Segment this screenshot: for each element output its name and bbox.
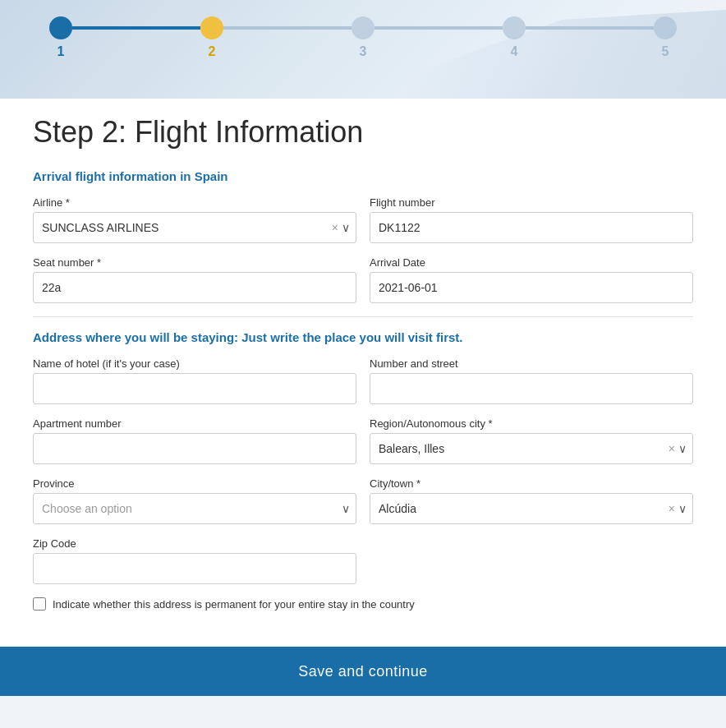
address-section: Address where you will be staying: Just …: [33, 330, 693, 611]
step-circle-4: [503, 16, 526, 39]
permanent-address-label: Indicate whether this address is permane…: [53, 598, 415, 611]
hotel-street-row: Name of hotel (if it's your case) Number…: [33, 357, 693, 404]
hotel-name-input[interactable]: [33, 373, 356, 404]
arrival-date-input[interactable]: [370, 272, 693, 303]
flight-number-input[interactable]: [370, 212, 693, 243]
region-select-wrapper[interactable]: × ∨: [370, 433, 693, 464]
step-circle-1: [49, 16, 72, 39]
apartment-group: Apartment number: [33, 417, 356, 464]
zip-group: Zip Code: [33, 537, 356, 584]
stepper-track: [49, 16, 677, 39]
region-label: Region/Autonomous city *: [370, 417, 693, 430]
page-title: Step 2: Flight Information: [33, 115, 693, 150]
number-street-group: Number and street: [370, 357, 693, 404]
hero-section: 1 2 3 4 5: [0, 0, 726, 99]
region-group: Region/Autonomous city * × ∨: [370, 417, 693, 464]
arrival-section: Arrival flight information in Spain Airl…: [33, 169, 693, 303]
airline-group: Airline * × ∨: [33, 196, 356, 243]
province-city-row: Province ∨ City/town * × ∨: [33, 477, 693, 524]
flight-number-label: Flight number: [370, 196, 693, 209]
region-input[interactable]: [370, 433, 693, 464]
province-group: Province ∨: [33, 477, 356, 524]
address-section-title: Address where you will be staying: Just …: [33, 330, 693, 344]
city-label: City/town *: [370, 477, 693, 490]
zip-input[interactable]: [33, 553, 356, 584]
section-divider: [33, 316, 693, 317]
step-line-3-4: [374, 26, 503, 30]
step-line-1-2: [72, 26, 200, 30]
province-select-wrapper[interactable]: ∨: [33, 493, 356, 524]
flight-number-group: Flight number: [370, 196, 693, 243]
airline-select-wrapper[interactable]: × ∨: [33, 212, 356, 243]
airline-label: Airline *: [33, 196, 356, 209]
step-line-4-5: [526, 26, 654, 30]
seat-number-label: Seat number *: [33, 256, 356, 269]
step-circle-5: [654, 16, 677, 39]
arrival-section-title: Arrival flight information in Spain: [33, 169, 693, 183]
province-label: Province: [33, 477, 356, 490]
stepper-container: 1 2 3 4 5: [33, 16, 693, 59]
apartment-label: Apartment number: [33, 417, 356, 430]
stepper-numbers: 1 2 3 4 5: [49, 44, 677, 59]
hotel-name-group: Name of hotel (if it's your case): [33, 357, 356, 404]
apartment-input[interactable]: [33, 433, 356, 464]
step-circle-2: [200, 16, 223, 39]
province-input[interactable]: [33, 493, 356, 524]
number-street-input[interactable]: [370, 373, 693, 404]
save-continue-button[interactable]: Save and continue: [0, 647, 726, 696]
seat-number-group: Seat number *: [33, 256, 356, 303]
zip-row: Zip Code: [33, 537, 693, 584]
airline-input[interactable]: [33, 212, 356, 243]
page-wrapper: 1 2 3 4 5 Step 2: [0, 0, 726, 696]
step-line-2-3: [223, 26, 352, 30]
seat-number-input[interactable]: [33, 272, 356, 303]
permanent-address-checkbox-row[interactable]: Indicate whether this address is permane…: [33, 597, 693, 611]
step-circle-3: [352, 16, 374, 39]
city-group: City/town * × ∨: [370, 477, 693, 524]
airline-flightnumber-row: Airline * × ∨ Flight number: [33, 196, 693, 243]
footer-bar: Save and continue: [0, 647, 726, 696]
hotel-name-label: Name of hotel (if it's your case): [33, 357, 356, 370]
permanent-address-checkbox[interactable]: [33, 597, 46, 611]
number-street-label: Number and street: [370, 357, 693, 370]
zip-label: Zip Code: [33, 537, 356, 550]
step-number-4: 4: [503, 44, 526, 59]
city-input[interactable]: [370, 493, 693, 524]
step-number-5: 5: [654, 44, 677, 59]
seat-date-row: Seat number * Arrival Date: [33, 256, 693, 303]
step-number-3: 3: [352, 44, 374, 59]
main-content: Step 2: Flight Information Arrival fligh…: [0, 99, 726, 627]
arrival-date-label: Arrival Date: [370, 256, 693, 269]
step-number-1: 1: [49, 44, 72, 59]
city-select-wrapper[interactable]: × ∨: [370, 493, 693, 524]
step-number-2: 2: [200, 44, 223, 59]
arrival-date-group: Arrival Date: [370, 256, 693, 303]
apartment-region-row: Apartment number Region/Autonomous city …: [33, 417, 693, 464]
